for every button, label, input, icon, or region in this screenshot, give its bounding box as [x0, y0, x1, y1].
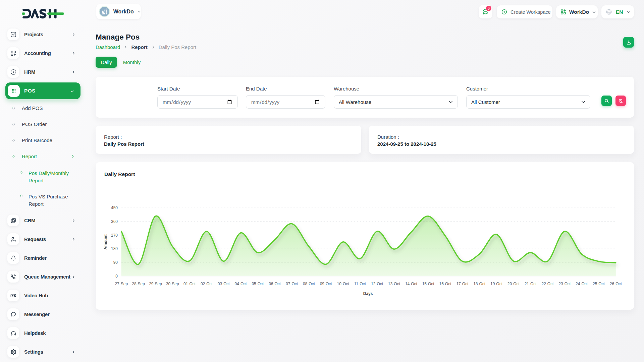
svg-text:16-Oct: 16-Oct [439, 282, 451, 286]
svg-text:04-Oct: 04-Oct [235, 282, 247, 286]
svg-text:25-Oct: 25-Oct [593, 282, 605, 286]
svg-text:22-Oct: 22-Oct [541, 282, 554, 286]
svg-text:09-Oct: 09-Oct [320, 282, 332, 286]
svg-text:24-Oct: 24-Oct [576, 282, 588, 286]
svg-text:03-Oct: 03-Oct [218, 282, 230, 286]
svg-text:180: 180 [111, 246, 118, 251]
svg-text:19-Oct: 19-Oct [490, 282, 503, 286]
svg-text:Amount: Amount [103, 234, 108, 249]
svg-text:30-Sep: 30-Sep [166, 282, 179, 286]
svg-text:18-Oct: 18-Oct [473, 282, 486, 286]
svg-text:360: 360 [111, 219, 118, 224]
svg-text:13-Oct: 13-Oct [388, 282, 400, 286]
svg-text:07-Oct: 07-Oct [286, 282, 298, 286]
svg-text:14-Oct: 14-Oct [405, 282, 418, 286]
svg-text:26-Oct: 26-Oct [610, 282, 622, 286]
svg-text:0: 0 [115, 274, 118, 279]
svg-text:11-Oct: 11-Oct [354, 282, 366, 286]
svg-text:10-Oct: 10-Oct [337, 282, 350, 286]
svg-text:27-Sep: 27-Sep [115, 282, 128, 286]
svg-text:90: 90 [113, 260, 118, 265]
svg-text:270: 270 [111, 233, 118, 238]
svg-text:17-Oct: 17-Oct [456, 282, 469, 286]
svg-text:15-Oct: 15-Oct [422, 282, 435, 286]
svg-text:20-Oct: 20-Oct [507, 282, 520, 286]
svg-text:01-Oct: 01-Oct [183, 282, 196, 286]
svg-text:02-Oct: 02-Oct [201, 282, 213, 286]
svg-text:05-Oct: 05-Oct [252, 282, 264, 286]
svg-text:06-Oct: 06-Oct [269, 282, 281, 286]
svg-text:450: 450 [111, 205, 118, 210]
svg-text:29-Sep: 29-Sep [149, 282, 162, 286]
svg-text:23-Oct: 23-Oct [558, 282, 571, 286]
svg-text:21-Oct: 21-Oct [525, 282, 537, 286]
svg-text:28-Sep: 28-Sep [132, 282, 145, 286]
svg-text:12-Oct: 12-Oct [371, 282, 383, 286]
svg-text:Days: Days [363, 291, 373, 296]
svg-text:08-Oct: 08-Oct [303, 282, 315, 286]
